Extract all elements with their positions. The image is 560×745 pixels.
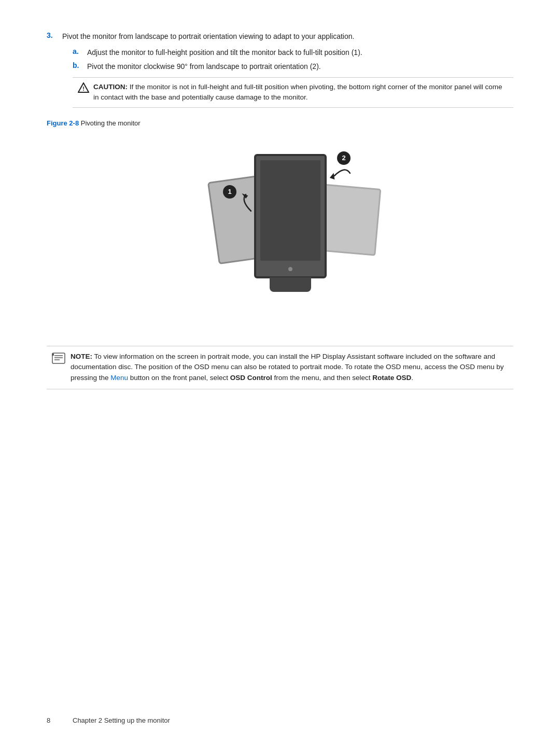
substep-a: a. Adjust the monitor to full-height pos…: [73, 47, 513, 58]
substep-a-label: a.: [73, 47, 87, 58]
note-text-end: .: [411, 374, 413, 382]
page: 3. Pivot the monitor from landscape to p…: [0, 0, 560, 745]
substep-b: b. Pivot the monitor clockwise 90° from …: [73, 61, 513, 72]
figure-caption: Figure 2-8 Pivoting the monitor: [47, 119, 513, 127]
note-icon: [52, 353, 65, 364]
svg-rect-4: [52, 353, 65, 363]
caution-text: CAUTION: If the monitor is not in full-h…: [93, 82, 508, 103]
caution-body: If the monitor is not in full-height and…: [93, 83, 502, 101]
substep-a-text: Adjust the monitor to full-height positi…: [87, 47, 513, 58]
svg-marker-2: [242, 191, 249, 199]
note-text-container: NOTE: To view information on the screen …: [71, 352, 508, 384]
step-number-1-circle: 1: [223, 185, 236, 199]
substep-b-label: b.: [73, 61, 87, 72]
note-label: NOTE:: [71, 353, 92, 360]
note-osd-control: OSD Control: [230, 374, 272, 382]
caution-box: ! CAUTION: If the monitor is not in full…: [73, 77, 513, 108]
figure-caption-desc: Pivoting the monitor: [81, 119, 141, 127]
svg-text:!: !: [82, 86, 85, 92]
note-text-middle: from the menu, and then select: [272, 374, 373, 382]
caution-triangle-icon: !: [78, 82, 89, 95]
footer-page-number: 8: [47, 716, 62, 724]
substep-b-text: Pivot the monitor clockwise 90° from lan…: [87, 61, 513, 72]
footer-chapter-text: Chapter 2 Setting up the monitor: [73, 716, 170, 724]
arrow-1-icon: [235, 190, 261, 218]
monitor-base: [270, 277, 311, 292]
figure-label: Figure 2-8: [47, 119, 79, 127]
step-3-content: Pivot the monitor from landscape to port…: [62, 31, 513, 113]
monitor-power-dot: [288, 267, 292, 271]
arrow-2-icon: [329, 160, 355, 188]
page-footer: 8 Chapter 2 Setting up the monitor: [47, 716, 513, 724]
caution-label: CAUTION:: [93, 83, 128, 91]
step-3-number: 3.: [47, 31, 62, 113]
note-rotate-osd: Rotate OSD: [372, 374, 411, 382]
note-text-after-link: button on the front panel, select: [128, 374, 230, 382]
monitor-illustration: 1 2: [197, 133, 363, 330]
monitor-screen: [260, 160, 320, 261]
monitor-portrait: [254, 154, 327, 278]
figure-container: 1 2: [47, 133, 513, 330]
step-3-text: Pivot the monitor from landscape to port…: [62, 31, 513, 42]
step-3-container: 3. Pivot the monitor from landscape to p…: [47, 31, 513, 113]
note-box: NOTE: To view information on the screen …: [47, 346, 513, 390]
svg-rect-8: [52, 354, 54, 356]
note-menu-link[interactable]: Menu: [110, 374, 128, 382]
